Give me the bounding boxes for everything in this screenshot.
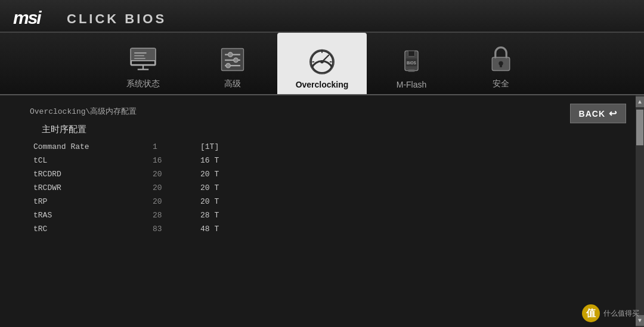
clickbios-logo: CLICK BIOS xyxy=(67,11,166,27)
lock-icon xyxy=(488,45,514,74)
svg-point-11 xyxy=(228,52,233,57)
watermark-icon: 值 xyxy=(582,304,600,322)
scrollbar-thumb[interactable] xyxy=(636,110,643,145)
setting-name: tRCDWR xyxy=(30,181,149,195)
scrollbar-track: ▲ ▼ xyxy=(636,95,644,327)
gauge-icon xyxy=(308,46,336,75)
setting-current: 28 T xyxy=(197,208,632,222)
tab-mflash-label: M-Flash xyxy=(397,80,427,89)
sliders-icon xyxy=(218,45,247,74)
logo-area: msi CLICK BIOS xyxy=(12,6,166,32)
setting-value: 1 xyxy=(149,140,197,154)
nav-bar: 系统状态 高级 xyxy=(0,33,644,95)
usb-icon: BIOS xyxy=(397,46,426,75)
svg-point-21 xyxy=(320,60,324,64)
setting-current: 48 T xyxy=(197,222,632,236)
setting-value: 20 xyxy=(149,195,197,208)
gauge-icon-area xyxy=(306,45,338,76)
setting-value: 20 xyxy=(149,181,197,195)
setting-name: tRC xyxy=(30,222,149,236)
tab-overclocking[interactable]: Overclocking xyxy=(277,33,367,94)
monitor-icon xyxy=(129,45,157,74)
svg-rect-30 xyxy=(500,63,502,67)
monitor-icon-area xyxy=(128,44,159,75)
svg-text:BIOS: BIOS xyxy=(407,61,416,65)
svg-point-13 xyxy=(234,58,238,62)
main-content: BACK ↩ Overclocking\高级内存配置 主时序配置 Command… xyxy=(0,95,644,327)
setting-name: tCL xyxy=(30,154,149,167)
usb-icon-area: BIOS xyxy=(396,45,427,76)
header: msi CLICK BIOS xyxy=(0,0,644,33)
section-title: 主时序配置 xyxy=(30,124,632,135)
back-icon: ↩ xyxy=(609,108,617,119)
back-label: BACK xyxy=(579,109,605,119)
setting-current: 20 T xyxy=(197,181,632,195)
breadcrumb: Overclocking\高级内存配置 xyxy=(30,106,632,117)
settings-table: Command Rate1[1T]tCL1616 TtRCDRD2020 TtR… xyxy=(30,140,632,236)
back-button[interactable]: BACK ↩ xyxy=(570,104,626,123)
table-row[interactable]: tRP2020 T xyxy=(30,195,632,208)
setting-value: 83 xyxy=(149,222,197,236)
table-row[interactable]: tRCDWR2020 T xyxy=(30,181,632,195)
watermark-icon-text: 值 xyxy=(586,307,596,320)
tab-overclocking-label: Overclocking xyxy=(296,80,349,89)
setting-name: tRCDRD xyxy=(30,167,149,181)
setting-current: [1T] xyxy=(197,140,632,154)
svg-point-15 xyxy=(226,63,230,67)
setting-current: 20 T xyxy=(197,195,632,208)
tab-security[interactable]: 安全 xyxy=(456,33,546,94)
setting-name: tRAS xyxy=(30,208,149,222)
table-row[interactable]: tRAS2828 T xyxy=(30,208,632,222)
tab-advanced[interactable]: 高级 xyxy=(188,33,277,94)
table-row[interactable]: tRC8348 T xyxy=(30,222,632,236)
table-row[interactable]: tCL1616 T xyxy=(30,154,632,167)
setting-current: 20 T xyxy=(197,167,632,181)
scrollbar-up-button[interactable]: ▲ xyxy=(636,96,644,107)
tab-advanced-label: 高级 xyxy=(224,79,241,89)
sliders-icon-area xyxy=(217,44,248,75)
svg-rect-27 xyxy=(408,70,414,72)
watermark: 值 什么值得买 xyxy=(582,304,639,322)
tab-system-label: 系统状态 xyxy=(126,79,160,89)
tab-mflash[interactable]: BIOS M-Flash xyxy=(367,33,456,94)
content-panel: BACK ↩ Overclocking\高级内存配置 主时序配置 Command… xyxy=(0,95,644,327)
lock-icon-area xyxy=(485,44,516,75)
setting-name: Command Rate xyxy=(30,140,149,154)
setting-current: 16 T xyxy=(197,154,632,167)
setting-value: 16 xyxy=(149,154,197,167)
tab-system[interactable]: 系统状态 xyxy=(98,33,188,94)
setting-value: 20 xyxy=(149,167,197,181)
watermark-text: 什么值得买 xyxy=(603,309,639,319)
setting-value: 28 xyxy=(149,208,197,222)
msi-logo: msi xyxy=(12,6,60,32)
setting-name: tRP xyxy=(30,195,149,208)
tab-security-label: 安全 xyxy=(493,79,509,89)
svg-text:msi: msi xyxy=(13,8,42,27)
table-row[interactable]: tRCDRD2020 T xyxy=(30,167,632,181)
svg-rect-24 xyxy=(408,51,414,56)
table-row[interactable]: Command Rate1[1T] xyxy=(30,140,632,154)
